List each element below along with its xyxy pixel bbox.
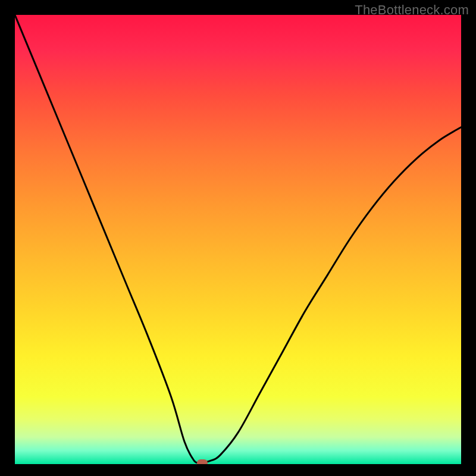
curve-svg bbox=[15, 15, 461, 464]
optimum-marker bbox=[197, 459, 208, 464]
plot-area bbox=[15, 15, 461, 464]
bottleneck-curve-path bbox=[15, 15, 461, 463]
watermark-text: TheBottleneck.com bbox=[355, 2, 469, 18]
